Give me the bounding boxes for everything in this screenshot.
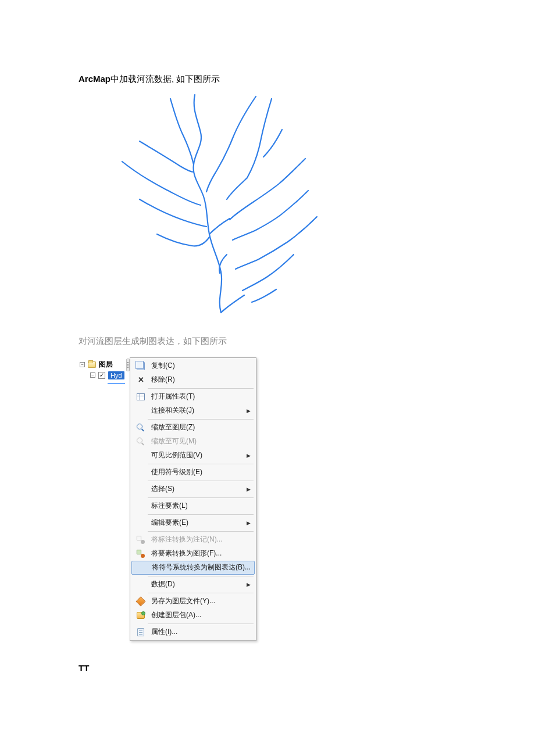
submenu-arrow-icon: ▶ bbox=[244, 486, 252, 492]
submenu-arrow-icon: ▶ bbox=[244, 582, 252, 587]
footer-tt: TT bbox=[79, 663, 125, 673]
menu-symbol-level[interactable]: 使用符号级别(E) bbox=[131, 465, 255, 479]
menu-edit-features[interactable]: 编辑要素(E) ▶ bbox=[131, 516, 255, 530]
properties-icon bbox=[137, 628, 144, 636]
menu-separator bbox=[148, 388, 254, 389]
copy-icon bbox=[137, 362, 145, 370]
remove-icon: ✕ bbox=[138, 375, 144, 384]
zoom-icon bbox=[137, 438, 145, 446]
menu-separator bbox=[148, 576, 254, 576]
menu-copy[interactable]: 复制(C) bbox=[131, 359, 255, 373]
menu-convert-representation[interactable]: 将符号系统转换为制图表达(B)... bbox=[131, 561, 255, 575]
toc-layer-row[interactable]: − ✓ Hyd bbox=[79, 370, 125, 381]
menu-separator bbox=[148, 481, 254, 481]
layer-name[interactable]: Hyd bbox=[108, 371, 124, 379]
app-name: ArcMap bbox=[79, 74, 110, 84]
intro-title: ArcMap中加载河流数据, 如下图所示 bbox=[79, 73, 456, 86]
toc-root-label: 图层 bbox=[99, 360, 113, 370]
menu-open-table[interactable]: 打开属性表(T) bbox=[131, 390, 255, 404]
intro-text: 中加载河流数据, 如下图所示 bbox=[110, 74, 220, 84]
table-icon bbox=[137, 393, 145, 400]
zoom-icon bbox=[137, 424, 145, 432]
menu-convert-graphic[interactable]: 将要素转换为图形(F)... bbox=[131, 547, 255, 561]
diamond-icon bbox=[136, 596, 146, 606]
layer-context-menu: 复制(C) ✕ 移除(R) 打开属性表(T) 连接和关联(J) ▶ 缩放至图层(… bbox=[130, 357, 256, 641]
menu-convert-label: 将标注转换为注记(N)... bbox=[131, 533, 255, 547]
menu-separator bbox=[148, 531, 254, 532]
collapse-icon[interactable]: − bbox=[90, 372, 95, 378]
menu-separator bbox=[148, 419, 254, 420]
toc-root-row[interactable]: − 图层 bbox=[79, 360, 125, 370]
menu-separator bbox=[148, 497, 254, 498]
submenu-arrow-icon: ▶ bbox=[244, 408, 252, 414]
convert-icon bbox=[137, 536, 145, 544]
layer-visibility-checkbox[interactable]: ✓ bbox=[98, 372, 105, 379]
menu-remove[interactable]: ✕ 移除(R) bbox=[131, 373, 255, 387]
menu-create-package[interactable]: 创建图层包(A)... bbox=[131, 608, 255, 622]
menu-separator bbox=[148, 464, 254, 464]
river-map bbox=[113, 92, 334, 318]
menu-visible-scale[interactable]: 可见比例范围(V) ▶ bbox=[131, 449, 255, 463]
menu-save-layer-file[interactable]: 另存为图层文件(Y)... bbox=[131, 594, 255, 608]
package-icon bbox=[137, 612, 145, 619]
convert-icon bbox=[137, 550, 145, 558]
submenu-arrow-icon: ▶ bbox=[244, 453, 252, 458]
menu-separator bbox=[148, 514, 254, 515]
layer-symbol bbox=[108, 383, 125, 384]
menu-label-features[interactable]: 标注要素(L) bbox=[131, 499, 255, 513]
menu-join-relate[interactable]: 连接和关联(J) ▶ bbox=[131, 404, 255, 418]
river-svg bbox=[113, 92, 334, 318]
folder-icon bbox=[88, 361, 96, 368]
toc-panel: − 图层 − ✓ Hyd bbox=[79, 360, 125, 384]
menu-selection[interactable]: 选择(S) ▶ bbox=[131, 482, 255, 496]
menu-zoom-layer[interactable]: 缩放至图层(Z) bbox=[131, 421, 255, 435]
menu-zoom-visible: 缩放至可见(M) bbox=[131, 435, 255, 449]
collapse-icon[interactable]: − bbox=[80, 362, 85, 367]
menu-separator bbox=[148, 624, 254, 624]
menu-data[interactable]: 数据(D) ▶ bbox=[131, 578, 255, 592]
subtitle: 对河流图层生成制图表达，如下图所示 bbox=[79, 336, 456, 347]
menu-properties[interactable]: 属性(I)... bbox=[131, 625, 255, 639]
menu-separator bbox=[148, 593, 254, 593]
submenu-arrow-icon: ▶ bbox=[244, 520, 252, 526]
